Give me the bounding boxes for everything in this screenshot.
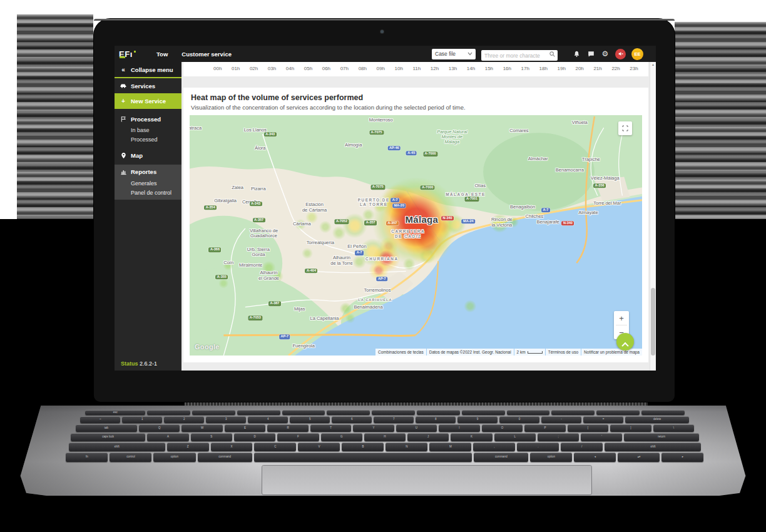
keyboard-key: ▸	[661, 453, 703, 462]
sidebar-item-in-base[interactable]: In base	[115, 125, 181, 135]
keyboard-key	[596, 410, 640, 415]
hour-axis: 00h01h02h03h04h05h06h07h08h09h10h11h12h1…	[183, 62, 648, 71]
heat-map-canvas[interactable]: MonterrosoatracaLos LlanosÁloraAlmogíaZa…	[190, 115, 642, 356]
hour-label: 01h	[232, 66, 240, 71]
map-scale: 2 km	[514, 349, 545, 356]
fullscreen-button[interactable]	[618, 121, 632, 135]
sidebar-item-panel-de-control[interactable]: Panel de control	[115, 188, 181, 197]
sidebar-item-label: Services	[131, 83, 155, 90]
hour-label: 23h	[630, 66, 638, 71]
keyboard-key: /	[561, 442, 603, 451]
mute-sound-button[interactable]	[615, 49, 626, 59]
keyboard-key: -	[541, 416, 581, 423]
terms-of-use-link[interactable]: Términos de uso	[546, 349, 581, 356]
scrollbar-thumb[interactable]	[651, 288, 655, 356]
keyboard-key: 8	[416, 416, 456, 423]
sidebar-item-services[interactable]: Services	[115, 78, 181, 93]
scroll-to-top-button[interactable]	[616, 333, 634, 350]
notifications-button[interactable]	[572, 49, 581, 58]
keyboard-key: caps lock	[71, 433, 145, 441]
scale-bar	[528, 351, 543, 354]
keyboard-key: [	[568, 424, 608, 432]
sidebar-item-label: Processed	[131, 116, 161, 123]
background-stripes-right	[675, 22, 766, 219]
card-subtitle: Visualization of the concentration of se…	[191, 104, 642, 111]
keyboard-key	[551, 410, 595, 415]
scale-text: 2 km	[517, 350, 526, 354]
bell-icon	[573, 50, 581, 58]
keyboard-key: ▴▾	[618, 453, 660, 462]
content-scrollbar[interactable]: ▲	[650, 62, 656, 371]
bar-chart-icon	[120, 168, 127, 175]
settings-button[interactable]: ⚙	[601, 49, 610, 58]
keyboard-key: 9	[457, 416, 498, 423]
keyboard-key	[237, 410, 280, 415]
search-input[interactable]	[481, 50, 558, 61]
hour-label: 04h	[286, 66, 294, 71]
keyboard-key: fn	[66, 453, 108, 462]
webcam-dot	[380, 30, 384, 33]
tab-tow[interactable]: Tow	[156, 51, 168, 58]
sidebar-group-processed[interactable]: Processed	[115, 113, 181, 125]
sidebar: « Collapse menu Services + New Service	[115, 62, 181, 371]
sidebar-item-generales[interactable]: Generales	[115, 178, 181, 188]
keyboard-key: T	[310, 424, 351, 432]
keyboard-key: Q	[139, 424, 180, 432]
keyboard-key	[147, 410, 190, 415]
keyboard-key: N	[386, 442, 427, 451]
chevron-up-icon	[621, 342, 628, 349]
keyboard-key	[462, 410, 505, 415]
app-version-status: Status 2.6.2-1	[121, 361, 157, 367]
keyboard-key	[417, 410, 460, 415]
sidebar-item-processed[interactable]: Processed	[115, 135, 181, 144]
zoom-in-button[interactable]: +	[614, 311, 629, 325]
hour-label: 18h	[539, 66, 548, 71]
hour-label: 13h	[449, 66, 457, 71]
keyboard-key: esc	[85, 410, 145, 415]
report-problem-link[interactable]: Notificar un problema de mapa	[581, 349, 642, 356]
sidebar-group-reportes[interactable]: Reportes	[115, 165, 181, 178]
hour-label: 05h	[304, 66, 312, 71]
sidebar-item-new-service[interactable]: + New Service	[115, 93, 181, 109]
keyboard-key: 7	[374, 416, 414, 423]
scrollbar-up-arrow[interactable]: ▲	[650, 63, 656, 66]
google-logo[interactable]: Google	[195, 343, 220, 350]
logo-letter: ı	[130, 49, 133, 59]
heatmap-card: Heat map of the volume of services perfo…	[183, 88, 648, 362]
hour-label: 00h	[213, 66, 222, 71]
sidebar-item-label: New Service	[131, 98, 166, 105]
flag-icon	[120, 116, 127, 123]
keyboard-key: H	[364, 433, 406, 441]
keyboard-key: L	[494, 433, 536, 441]
sidebar-item-map[interactable]: Map	[115, 148, 181, 163]
user-avatar[interactable]: EE	[631, 48, 643, 60]
hour-label: 19h	[558, 66, 566, 71]
hour-label: 22h	[611, 66, 620, 71]
chevron-down-icon	[467, 52, 472, 56]
speaker-mute-icon	[618, 51, 624, 57]
gear-icon: ⚙	[602, 50, 609, 58]
keyboard-key: D	[234, 433, 275, 441]
keyboard-shortcuts-link[interactable]: Combinaciones de teclas	[375, 349, 426, 356]
sidebar-item-label: Collapse menu	[131, 66, 173, 73]
chat-icon	[587, 50, 595, 58]
hour-label: 02h	[250, 66, 258, 71]
keyboard-key: F	[277, 433, 319, 441]
map-data-credit: Datos de mapas ©2022 Inst. Geogr. Nacion…	[427, 349, 514, 356]
case-file-select[interactable]: Case file	[432, 49, 476, 59]
search-icon[interactable]	[549, 51, 556, 58]
keyboard-key: O	[482, 424, 523, 432]
hour-label: 20h	[575, 66, 583, 71]
tab-customer-service[interactable]: Customer service	[181, 51, 232, 58]
keyboard-key: I	[439, 424, 479, 432]
keyboard-key: G	[321, 433, 362, 441]
keyboard-key: ]	[610, 424, 651, 432]
keyboard-key: delete	[625, 416, 689, 423]
sidebar-item-collapse-menu[interactable]: « Collapse menu	[115, 62, 181, 78]
keyboard-key: Z	[167, 442, 209, 451]
laptop-base: esc ~1234567890-=delete tabQWERTYUIOP[]\…	[18, 406, 748, 496]
keyboard-key: R	[267, 424, 308, 432]
messages-button[interactable]	[586, 49, 595, 58]
app-logo[interactable]: EFı	[119, 49, 143, 59]
main-content: 00h01h02h03h04h05h06h07h08h09h10h11h12h1…	[181, 62, 656, 371]
